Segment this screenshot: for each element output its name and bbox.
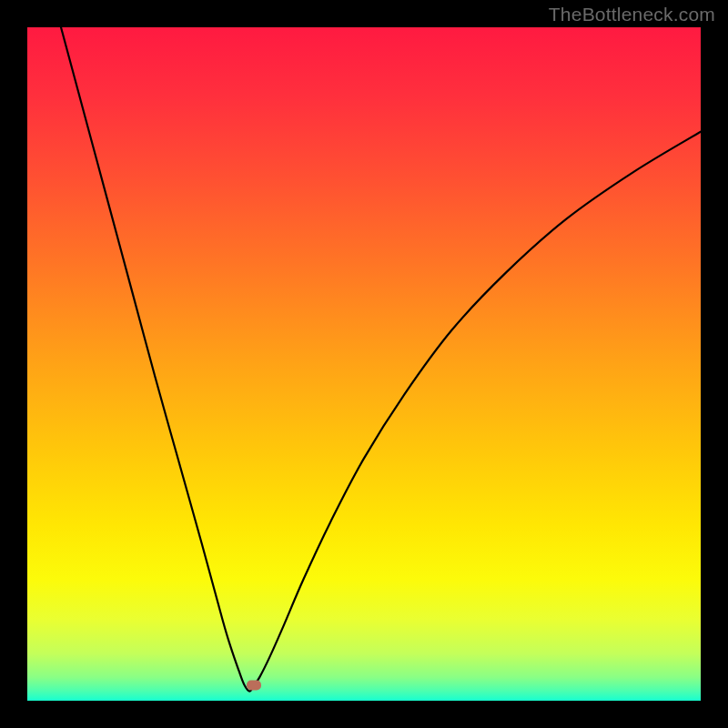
optimal-point-marker xyxy=(247,680,261,690)
plot-area xyxy=(27,27,701,701)
chart-frame: TheBottleneck.com xyxy=(0,0,728,728)
watermark-text: TheBottleneck.com xyxy=(549,4,715,25)
bottleneck-curve xyxy=(27,27,701,701)
